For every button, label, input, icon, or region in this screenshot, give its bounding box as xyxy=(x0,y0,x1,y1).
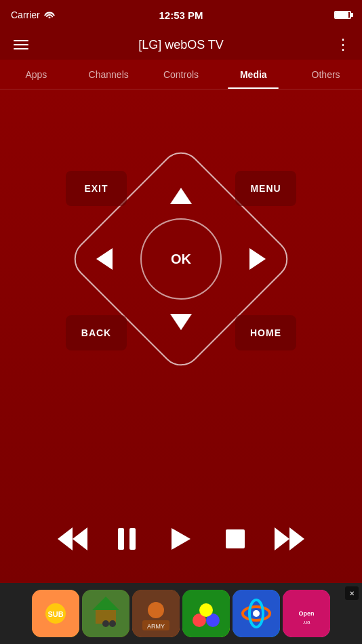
arrow-down-button[interactable] xyxy=(166,307,196,337)
home-button[interactable]: HOME xyxy=(235,315,296,350)
svg-point-31 xyxy=(253,610,260,617)
svg-marker-11 xyxy=(289,527,304,550)
hamburger-line-1 xyxy=(14,40,28,41)
status-right xyxy=(334,11,351,19)
tab-media[interactable]: Media xyxy=(217,60,289,89)
svg-marker-4 xyxy=(73,527,87,550)
pause-button[interactable] xyxy=(110,522,144,556)
tabs-bar: Apps Channels Controls Media Others xyxy=(0,60,362,89)
nav-bar: [LG] webOS TV ⋮ xyxy=(0,30,362,60)
fast-forward-button[interactable] xyxy=(273,522,306,556)
svg-rect-6 xyxy=(118,528,124,550)
tab-others[interactable]: Others xyxy=(289,60,362,89)
svg-marker-3 xyxy=(249,248,266,270)
svg-text:SUB: SUB xyxy=(47,610,63,618)
dpad-container: EXIT MENU BACK HOME xyxy=(52,117,310,401)
ad-app-3[interactable]: ARMY xyxy=(132,590,180,637)
wifi-icon xyxy=(44,9,55,20)
media-controls xyxy=(0,515,362,563)
svg-marker-0 xyxy=(170,188,192,204)
svg-text:Open: Open xyxy=(298,610,314,617)
svg-rect-7 xyxy=(129,528,136,550)
svg-point-21 xyxy=(148,602,164,618)
arrow-left-button[interactable] xyxy=(89,244,119,274)
tab-apps[interactable]: Apps xyxy=(0,60,73,89)
ok-button[interactable]: OK xyxy=(140,218,222,300)
svg-marker-8 xyxy=(172,528,190,550)
svg-point-18 xyxy=(102,620,109,627)
main-content: EXIT MENU BACK HOME xyxy=(0,89,362,583)
svg-point-27 xyxy=(199,603,213,617)
menu-button-dpad[interactable]: MENU xyxy=(235,171,296,206)
more-options-button[interactable]: ⋮ xyxy=(336,37,351,52)
status-left: Carrier xyxy=(11,9,55,20)
tab-channels[interactable]: Channels xyxy=(73,60,145,89)
ad-content: SUB ARMY xyxy=(29,587,333,640)
svg-text:.ua: .ua xyxy=(302,619,310,625)
ad-app-5[interactable] xyxy=(233,590,280,637)
ad-app-1[interactable]: SUB xyxy=(32,590,79,637)
ad-close-button[interactable]: ✕ xyxy=(345,586,359,600)
svg-marker-10 xyxy=(275,527,289,550)
back-button[interactable]: BACK xyxy=(66,315,127,350)
exit-button[interactable]: EXIT xyxy=(66,171,127,206)
stop-button[interactable] xyxy=(218,522,252,556)
status-bar: Carrier 12:53 PM xyxy=(0,0,362,30)
nav-title: [LG] webOS TV xyxy=(138,38,224,52)
ad-app-4[interactable] xyxy=(182,590,230,637)
svg-marker-1 xyxy=(170,314,192,330)
svg-marker-2 xyxy=(96,248,113,270)
svg-point-19 xyxy=(109,620,116,627)
status-time: 12:53 PM xyxy=(159,9,203,21)
hamburger-line-3 xyxy=(14,48,28,49)
ad-app-6[interactable]: Open .ua xyxy=(283,590,330,637)
rewind-button[interactable] xyxy=(56,522,89,556)
play-button[interactable] xyxy=(164,522,198,556)
svg-text:ARMY: ARMY xyxy=(147,623,165,630)
svg-rect-9 xyxy=(226,529,245,548)
arrow-right-button[interactable] xyxy=(243,244,273,274)
arrow-up-button[interactable] xyxy=(166,181,196,211)
tab-controls[interactable]: Controls xyxy=(145,60,218,89)
menu-button[interactable] xyxy=(11,37,31,52)
svg-marker-5 xyxy=(58,527,73,550)
ad-banner: SUB ARMY xyxy=(0,583,362,644)
hamburger-line-2 xyxy=(14,44,28,45)
battery-icon xyxy=(334,11,351,19)
ad-app-2[interactable] xyxy=(82,590,129,637)
carrier-text: Carrier xyxy=(11,9,40,20)
